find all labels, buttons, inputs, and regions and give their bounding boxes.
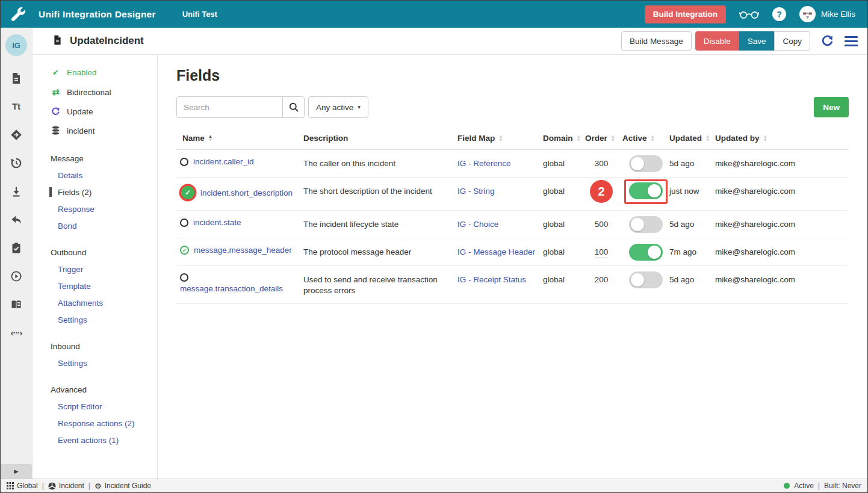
separator: | [42,482,44,490]
nav-enabled[interactable]: ✔ Enabled [33,63,157,82]
nav-outbound-settings[interactable]: Settings [33,311,157,328]
environment-name[interactable]: Unifi Test [182,10,217,19]
domain-cell: global [543,178,585,204]
field-map-link[interactable]: IG - String [457,187,495,196]
user-menu[interactable]: Mike Ellis [799,6,855,22]
reply-icon[interactable] [10,213,23,226]
field-map-diamond-icon[interactable] [10,128,23,141]
download-icon[interactable] [10,185,23,197]
save-button[interactable]: Save [739,31,775,51]
nav-section-title: Inbound [33,338,157,355]
active-filter-dropdown[interactable]: Any active ▾ [308,96,368,118]
unchecked-state-icon [180,273,188,282]
nav-trigger[interactable]: Trigger [33,261,157,278]
sidebar-collapse-button[interactable]: ▶ [1,464,32,479]
updated-cell: 7m ago [669,238,715,265]
play-circle-icon[interactable] [10,270,23,282]
copy-button[interactable]: Copy [774,31,810,51]
col-active[interactable]: Active ▲▼ [622,128,669,149]
page-header: UpdateIncident Build Message Disable Sav… [33,28,867,55]
field-name-link[interactable]: message.message_header [194,246,292,255]
order-cell: 100 [585,238,622,265]
preview-glasses-icon[interactable] [739,10,759,19]
active-toggle[interactable] [629,155,663,172]
nav-bond[interactable]: Bond [33,217,157,234]
nav-incident[interactable]: incident [33,121,157,140]
nav-attachments[interactable]: Attachments [33,294,157,311]
history-icon[interactable] [10,157,23,169]
col-field-map[interactable]: Field Map ▲▼ [457,128,543,149]
nav-response-actions[interactable]: Response actions (2) [33,415,157,432]
nav-event-actions[interactable]: Event actions (1) [33,432,157,448]
tasks-clipboard-icon[interactable] [10,241,23,254]
field-name-link[interactable]: incident.short_description [200,188,293,197]
help-icon[interactable]: ? [772,7,786,21]
field-map-link[interactable]: IG - Choice [457,220,498,229]
active-cell [622,211,669,233]
active-toggle[interactable] [629,216,663,233]
page-title: UpdateIncident [70,35,144,47]
col-name[interactable]: Name ▲▼ [176,128,303,149]
col-description[interactable]: Description [303,128,457,149]
document-nav-icon[interactable] [10,72,23,84]
toggle-knob [631,273,644,287]
updated-by-cell: mike@sharelogic.com [715,150,849,176]
nav-template[interactable]: Template [33,278,157,294]
active-toggle[interactable] [629,182,663,199]
col-updated[interactable]: Updated ▲▼ [669,128,715,149]
disable-button[interactable]: Disable [695,31,739,51]
field-map-link[interactable]: IG - Message Header [457,247,535,256]
sort-icons: ▲▼ [651,135,655,141]
caret-down-icon: ▾ [358,104,361,110]
menu-icon[interactable] [845,36,858,46]
nav-inbound-settings[interactable]: Settings [33,355,157,371]
fields-toolbar: Any active ▾ New [176,96,849,118]
integration-avatar[interactable]: IG [5,34,27,56]
active-toggle[interactable] [629,244,663,261]
col-updated-by[interactable]: Updated by ▲▼ [715,128,849,149]
search-input[interactable] [176,96,283,118]
text-format-icon[interactable]: Tt [10,100,23,113]
incident-guide[interactable]: ⚙ Incident Guide [95,482,151,491]
nav-details[interactable]: Details [33,167,157,184]
field-map-cell: IG - Receipt Status [457,266,543,293]
order-cell: 500 [585,211,622,237]
nav-section-title: Outbound [33,244,157,261]
search-button[interactable] [282,96,305,118]
nav-bidirectional[interactable]: ⇄ Bidirectional [33,82,157,102]
col-order[interactable]: Order ▲▼ [585,128,622,149]
refresh-icon[interactable] [821,35,834,48]
nav-section-title: Advanced [33,382,157,398]
integration-status-list: ✔ Enabled ⇄ Bidirectional Update [33,63,157,140]
field-name-link[interactable]: incident.state [193,218,241,227]
nav-section-title: Message [33,150,157,167]
toggle-knob [631,157,644,170]
build-message-button[interactable]: Build Message [621,31,692,51]
code-icon[interactable]: ‹···› [10,326,23,339]
col-domain[interactable]: Domain ▲▼ [543,128,585,149]
wrench-icon[interactable] [11,7,25,21]
description-cell: Used to send and receive transaction pro… [303,266,457,303]
app-incident[interactable]: Incident [48,482,84,490]
nav-fields[interactable]: Fields (2) [33,184,157,200]
status-text: Active [794,482,814,490]
field-name-link[interactable]: incident.caller_id [193,157,254,166]
active-toggle[interactable] [629,271,663,288]
nav-label: Update [67,107,93,116]
field-map-link[interactable]: IG - Receipt Status [457,275,526,284]
annotation-highlight-box [624,179,668,204]
nav-update[interactable]: Update [33,102,157,121]
field-name-link[interactable]: message.transaction_details [180,284,296,293]
field-map-link[interactable]: IG - Reference [457,159,511,168]
build-integration-button[interactable]: Build Integration [645,5,726,23]
description-cell: The incident lifecycle state [303,211,457,237]
fields-table: Name ▲▼ Description Field Map ▲▼ [176,128,849,304]
nav-script-editor[interactable]: Script Editor [33,398,157,415]
new-button[interactable]: New [814,97,849,117]
app-title[interactable]: Unifi Integration Designer [39,9,156,20]
knowledge-book-icon[interactable] [10,298,23,311]
nav-response[interactable]: Response [33,200,157,217]
scope-global[interactable]: Global [7,482,38,490]
unchecked-state-icon [180,158,188,166]
status-bar: Global | Incident | ⚙ Incident Guide Act… [1,479,867,492]
